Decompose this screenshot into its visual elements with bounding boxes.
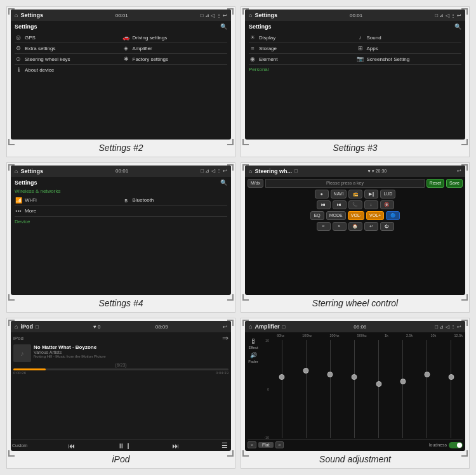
screen-wrapper-settings2: ⌂ Settings 00:01 □ ⊿ ◁ ⋮ ↩ Settings 🔍	[7, 7, 235, 141]
amp-back-btn[interactable]: «	[248, 441, 256, 448]
sw-btn-radio[interactable]: ●	[315, 190, 329, 198]
more-icon: •••	[15, 208, 22, 214]
amp-content: 60hz 100hz 200hz 500hz 1k 2.5k 10k 12.5k…	[245, 332, 465, 451]
amp-icon: ◈	[122, 45, 130, 51]
eq-col-1[interactable]	[294, 339, 317, 439]
sw-reset-btn[interactable]: Reset	[426, 179, 444, 188]
sw-btn-fwd[interactable]: »	[333, 222, 347, 231]
time-current: 0:00:26	[13, 371, 26, 375]
ipod-arrow[interactable]: ⇒	[222, 334, 228, 342]
settings-row: ◎ GPS 🚗 Driving settings	[15, 32, 227, 43]
factory-label: Factory settings	[133, 56, 168, 62]
song-album: Notting Hill - Music from the Motion Pic…	[34, 355, 228, 358]
settings-row: 📶 Wi-Fi ʙ Bluetooth	[15, 195, 227, 206]
screen-settings2: ⌂ Settings 00:01 □ ⊿ ◁ ⋮ ↩ Settings 🔍	[11, 10, 231, 140]
gps-icon: ◎	[15, 34, 22, 41]
settings-content-s4: Settings 🔍 Wireless & networks 📶 Wi-Fi ʙ…	[11, 177, 231, 296]
eq-col-2[interactable]	[319, 339, 341, 439]
sw-btn-volplus[interactable]: VOL+	[366, 211, 384, 220]
sw-mdx-btn[interactable]: M/dx	[248, 179, 263, 188]
sw-btn-return[interactable]: ↩	[364, 222, 378, 231]
cell-ipod: ⌂ iPod □ ♥ 0 08:09 ↩ iPod	[6, 318, 235, 469]
sw-btn-media[interactable]: 📻	[348, 190, 362, 198]
eq-knob-7[interactable]	[448, 374, 454, 380]
settings-content-s2: Settings 🔍 ◎ GPS 🚗 Driving settings	[11, 21, 231, 140]
amp-fwd-btn[interactable]: »	[275, 441, 284, 448]
sw-btn-play[interactable]: ▶‖	[364, 190, 378, 198]
ipod-bottom: Custom ⏮ ⏸ ‖ ⏭ ☰	[11, 439, 231, 451]
sw-btn-volminus[interactable]: VOL-	[348, 211, 364, 220]
cell-label-settings4: Settings #4	[98, 296, 143, 309]
progress-area: 0:00:26 0:04:33	[13, 368, 228, 375]
eq-scale: 10 0 -10	[260, 339, 269, 439]
eq-knob-1[interactable]	[303, 368, 309, 374]
sw-btn-phone[interactable]: 📞	[348, 200, 362, 209]
loudness-toggle-track[interactable]	[449, 442, 463, 448]
eq-col-5[interactable]	[392, 339, 414, 439]
sw-btn-prev[interactable]: ⏮	[317, 200, 331, 209]
sw-save-btn[interactable]: Save	[446, 179, 463, 188]
sw-prompt: Please press a key	[265, 179, 425, 188]
progress-fill	[13, 368, 46, 370]
wifi-icon: 📶	[15, 197, 22, 204]
screen-wrapper-sound: ⌂ Amplifier □ 06:06 □ ⊿ ◁ ⋮ ↩ 60hz 100hz…	[241, 318, 469, 452]
gps-label: GPS	[25, 35, 36, 41]
song-artist: Various Artists	[34, 350, 228, 355]
eq-knob-4[interactable]	[376, 381, 381, 387]
eq-knob-2[interactable]	[327, 372, 333, 377]
settings-content-s3: Settings 🔍 ☀ Display ♪ Sound	[245, 21, 465, 140]
eq-knob-6[interactable]	[424, 372, 430, 377]
storage-icon: ≡	[249, 45, 256, 51]
ipod-content: iPod ⇒ ♪ No Matter What - Boyzone Variou…	[11, 332, 231, 439]
ipod-prev-btn[interactable]: ⏮	[66, 441, 77, 450]
factory-icon: ✱	[122, 56, 130, 62]
cell-settings4: ⌂ Settings 00:01 □ ⊿ ◁ ⋮ ↩ Settings 🔍 Wi…	[6, 162, 235, 313]
ipod-play-btn[interactable]: ⏸ ‖	[116, 441, 131, 450]
eq-knob-0[interactable]	[279, 374, 285, 380]
sw-btn-lud[interactable]: LUD	[380, 190, 395, 198]
ipod-next-btn[interactable]: ⏭	[170, 441, 181, 450]
search-icon-s3[interactable]: 🔍	[454, 23, 461, 30]
sw-btn-next[interactable]: ⏭	[333, 200, 347, 209]
eq-knob-5[interactable]	[400, 379, 406, 384]
ipod-tab-custom[interactable]: Custom	[12, 443, 27, 448]
sw-btn-eq[interactable]: EQ	[310, 211, 324, 220]
sw-btn-back2[interactable]: «	[317, 222, 331, 231]
status-bar-s2: ⌂ Settings 00:01 □ ⊿ ◁ ⋮ ↩	[11, 10, 231, 21]
eq-col-4[interactable]	[367, 339, 390, 439]
eq-col-7[interactable]	[440, 339, 463, 439]
cell-label-ipod: iPod	[112, 452, 129, 465]
sw-btn-home2[interactable]: 🏠	[348, 222, 362, 231]
eq-knob-3[interactable]	[352, 374, 357, 380]
sw-btn-voldown[interactable]: ↓	[364, 200, 378, 209]
element-icon: ◉	[249, 56, 256, 62]
eq-col-6[interactable]	[416, 339, 439, 439]
settings-row: ≡ Storage ⊞ Apps	[249, 43, 461, 54]
screen-wrapper-settings4: ⌂ Settings 00:01 □ ⊿ ◁ ⋮ ↩ Settings 🔍 Wi…	[7, 163, 235, 297]
ipod-list-btn[interactable]: ☰	[220, 441, 230, 450]
loudness-toggle: loudness	[429, 442, 463, 448]
sw-btn-bt[interactable]: 🔵	[386, 211, 400, 220]
sw-btn-power[interactable]: ⏻	[380, 222, 394, 231]
cell-steering: ⌂ Steering wh... □ ♥ ▾ 20:30 ↩ M/dx Plea…	[241, 162, 470, 313]
freq-bar: 60hz 100hz 200hz 500hz 1k 2.5k 10k 12.5k	[248, 334, 463, 337]
cell-label-steering: Sterring wheel control	[312, 296, 398, 309]
sw-btn-mode[interactable]: MODE	[326, 211, 346, 220]
status-bar-ipod: ⌂ iPod □ ♥ 0 08:09 ↩	[11, 321, 231, 332]
album-art: ♪	[13, 344, 31, 362]
extra-icon: ⚙	[15, 45, 22, 51]
extra-label: Extra settings	[25, 46, 55, 51]
search-icon-s4[interactable]: 🔍	[220, 179, 227, 186]
status-bar-sw: ⌂ Steering wh... □ ♥ ▾ 20:30 ↩	[245, 166, 465, 177]
display-icon: ☀	[249, 34, 256, 41]
screen-wrapper-steering: ⌂ Steering wh... □ ♥ ▾ 20:30 ↩ M/dx Plea…	[241, 163, 469, 297]
screen-settings3: ⌂ Settings 00:01 □ ⊿ ◁ ⋮ ↩ Settings 🔍	[245, 10, 465, 140]
cell-label-settings2: Settings #2	[98, 141, 143, 154]
search-icon-s2[interactable]: 🔍	[220, 23, 227, 30]
progress-bar	[13, 368, 228, 370]
eq-col-3[interactable]	[343, 339, 366, 439]
status-bar-amp: ⌂ Amplifier □ 06:06 □ ⊿ ◁ ⋮ ↩	[245, 321, 465, 332]
sw-btn-navi[interactable]: NAVI	[331, 190, 347, 198]
eq-col-0[interactable]	[270, 339, 293, 439]
sw-btn-mute[interactable]: 🔇	[380, 200, 394, 209]
